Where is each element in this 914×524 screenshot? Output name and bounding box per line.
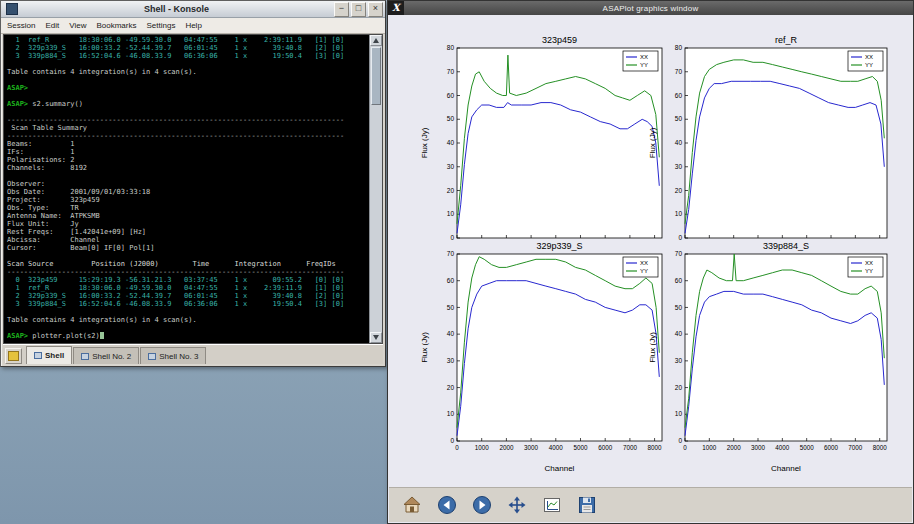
svg-text:1000: 1000 (702, 444, 717, 451)
terminal-line (7, 324, 366, 332)
svg-text:XX: XX (865, 260, 873, 266)
terminal-cursor (100, 332, 104, 339)
terminal-line: 3 339p884_S 16:52:04.6 -46.08.33.9 06:36… (7, 300, 366, 308)
svg-text:6000: 6000 (824, 444, 839, 451)
svg-text:2000: 2000 (727, 444, 742, 451)
svg-text:YY: YY (865, 62, 873, 68)
menu-session[interactable]: Session (7, 21, 35, 30)
terminal-line (7, 172, 366, 180)
back-button[interactable] (433, 491, 461, 519)
chart-339p884_S: 0102030405060700100020003000400050006000… (659, 238, 895, 477)
konsole-icon (6, 3, 18, 15)
figure-canvas[interactable]: 01020304050607080XXYY323p459Flux (Jy)010… (389, 15, 912, 487)
terminal-line: Abcissa: Channel (7, 236, 366, 244)
scrollbar-thumb[interactable] (371, 47, 381, 105)
svg-text:XX: XX (640, 260, 648, 266)
pan-button[interactable] (503, 491, 531, 519)
terminal-line: Project: 323p459 (7, 196, 366, 204)
terminal-line: Obs Date: 2001/09/01/03:33:18 (7, 188, 366, 196)
terminal-line: 2 329p339_S 16:00:33.2 -52.44.39.7 06:01… (7, 292, 366, 300)
svg-text:20: 20 (447, 187, 455, 194)
tab-label: Shell (45, 351, 64, 360)
terminal-scrollbar[interactable] (369, 35, 382, 343)
menu-help[interactable]: Help (185, 21, 201, 30)
menu-view[interactable]: View (69, 21, 86, 30)
svg-text:4000: 4000 (775, 444, 790, 451)
konsole-window: Shell - Konsole − □ × SessionEditViewBoo… (0, 0, 386, 367)
chart-323p459: 01020304050607080XXYY323p459Flux (Jy) (411, 32, 670, 248)
svg-text:ref_R: ref_R (775, 35, 798, 45)
konsole-titlebar[interactable]: Shell - Konsole − □ × (1, 1, 385, 18)
tab-shell[interactable]: Shell (26, 346, 72, 364)
back-icon (437, 495, 457, 515)
terminal-line: ASAP> (7, 84, 366, 92)
tab-shell-no-3[interactable]: Shell No. 3 (140, 347, 206, 364)
save-icon (577, 495, 597, 515)
terminal-line: 0 323p459 15:29:19.3 -56.31.21.3 03:37:4… (7, 276, 366, 284)
svg-text:XX: XX (865, 54, 873, 60)
svg-text:Channel: Channel (545, 464, 575, 473)
terminal-line (7, 308, 366, 316)
terminal-line: Scan Table Summary (7, 124, 366, 132)
save-button[interactable] (573, 491, 601, 519)
terminal-line: Antenna Name: ATPKSMB (7, 212, 366, 220)
svg-text:6000: 6000 (598, 444, 613, 451)
tab-shell-no-2[interactable]: Shell No. 2 (73, 347, 139, 364)
konsole-tabbar: ShellShell No. 2Shell No. 3 (3, 344, 383, 364)
svg-text:30: 30 (447, 163, 455, 170)
asaplot-title: ASAPlot graphics window (404, 4, 897, 13)
svg-text:0: 0 (683, 444, 687, 451)
pan-icon (507, 495, 527, 515)
menu-settings[interactable]: Settings (146, 21, 175, 30)
scroll-down-button[interactable] (370, 332, 382, 343)
terminal-icon (148, 353, 156, 360)
asaplot-titlebar[interactable]: X ASAPlot graphics window (388, 1, 913, 15)
close-button[interactable]: × (368, 2, 383, 17)
svg-text:80: 80 (675, 44, 683, 51)
svg-text:50: 50 (447, 304, 455, 311)
terminal-line: Channels: 8192 (7, 164, 366, 172)
maximize-button[interactable]: □ (351, 2, 366, 17)
svg-text:YY: YY (865, 268, 873, 274)
svg-text:3000: 3000 (524, 444, 539, 451)
new-session-button[interactable] (5, 348, 22, 364)
terminal-line: Polarisations: 2 (7, 156, 366, 164)
minimize-button[interactable]: − (334, 2, 349, 17)
svg-text:5000: 5000 (800, 444, 815, 451)
menu-edit[interactable]: Edit (45, 21, 59, 30)
svg-text:80: 80 (447, 44, 455, 51)
forward-button[interactable] (468, 491, 496, 519)
chart-ref_R: 01020304050607080XXYYref_RFlux (Jy) (659, 32, 895, 248)
terminal-line (7, 92, 366, 100)
terminal-screen[interactable]: 1 ref_R 18:30:06.0 -49.59.30.0 04:47:55 … (3, 34, 383, 344)
terminal-line: ----------------------------------------… (7, 116, 366, 124)
konsole-title: Shell - Konsole (21, 4, 332, 14)
svg-text:20: 20 (675, 384, 683, 391)
menu-bookmarks[interactable]: Bookmarks (96, 21, 136, 30)
svg-text:7000: 7000 (623, 444, 638, 451)
terminal-output[interactable]: 1 ref_R 18:30:06.0 -49.59.30.0 04:47:55 … (4, 35, 369, 343)
terminal-line: ASAP> s2.summary() (7, 100, 366, 108)
svg-text:60: 60 (675, 92, 683, 99)
terminal-line (7, 76, 366, 84)
home-button[interactable] (398, 491, 426, 519)
svg-text:339p884_S: 339p884_S (763, 241, 809, 251)
svg-text:5000: 5000 (573, 444, 588, 451)
terminal-line: IFs: 1 (7, 148, 366, 156)
terminal-line: Rest Freqs: [1.42041e+09] [Hz] (7, 228, 366, 236)
scroll-up-button[interactable] (370, 35, 382, 46)
tab-label: Shell No. 3 (159, 352, 198, 361)
plot-toolbar (389, 487, 912, 522)
svg-text:30: 30 (675, 163, 683, 170)
svg-text:20: 20 (675, 187, 683, 194)
svg-text:30: 30 (675, 357, 683, 364)
svg-text:YY: YY (640, 62, 648, 68)
terminal-line: 2 329p339_S 16:00:33.2 -52.44.39.7 06:01… (7, 44, 366, 52)
svg-text:10: 10 (447, 210, 455, 217)
subplots-button[interactable] (538, 491, 566, 519)
terminal-line: 3 339p884_S 16:52:04.6 -46.08.33.9 06:36… (7, 52, 366, 60)
svg-text:Channel: Channel (771, 464, 801, 473)
chart-329p339_S: 0102030405060700100020003000400050006000… (411, 238, 670, 477)
svg-text:Flux (Jy): Flux (Jy) (648, 332, 657, 363)
terminal-line: Table contains 4 integration(s) in 4 sca… (7, 316, 366, 324)
